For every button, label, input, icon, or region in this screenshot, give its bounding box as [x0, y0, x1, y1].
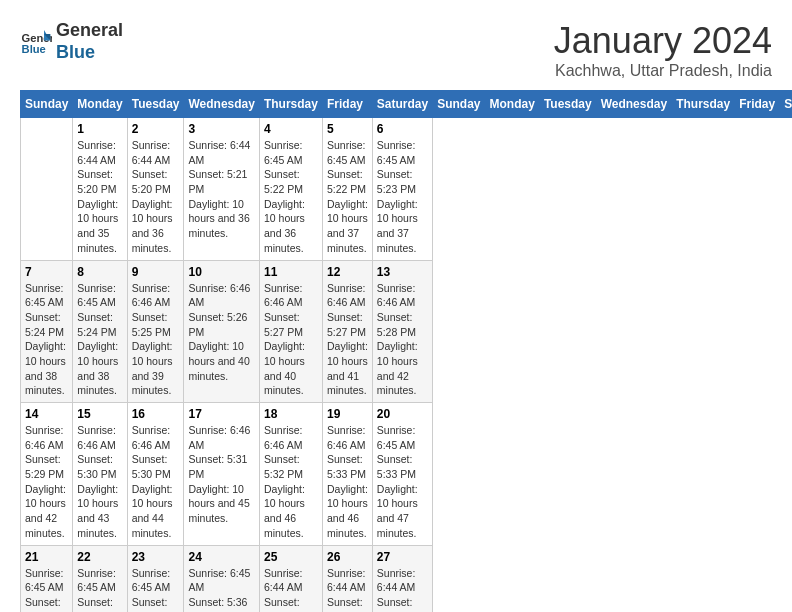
day-info: Sunrise: 6:44 AMSunset: 5:21 PMDaylight:…	[188, 138, 254, 241]
day-info: Sunrise: 6:46 AMSunset: 5:25 PMDaylight:…	[132, 281, 180, 399]
day-info: Sunrise: 6:44 AMSunset: 5:37 PMDaylight:…	[264, 566, 318, 613]
calendar-week-2: 14Sunrise: 6:46 AMSunset: 5:29 PMDayligh…	[21, 403, 793, 546]
header-saturday: Saturday	[372, 91, 432, 118]
day-number: 26	[327, 550, 368, 564]
calendar-cell: 25Sunrise: 6:44 AMSunset: 5:37 PMDayligh…	[259, 545, 322, 612]
day-number: 13	[377, 265, 428, 279]
day-info: Sunrise: 6:44 AMSunset: 5:39 PMDaylight:…	[377, 566, 428, 613]
day-info: Sunrise: 6:45 AMSunset: 5:24 PMDaylight:…	[25, 281, 68, 399]
day-number: 10	[188, 265, 254, 279]
calendar-cell: 5Sunrise: 6:45 AMSunset: 5:22 PMDaylight…	[322, 118, 372, 261]
day-number: 4	[264, 122, 318, 136]
calendar-cell: 21Sunrise: 6:45 AMSunset: 5:34 PMDayligh…	[21, 545, 73, 612]
calendar-week-0: 1Sunrise: 6:44 AMSunset: 5:20 PMDaylight…	[21, 118, 793, 261]
day-info: Sunrise: 6:45 AMSunset: 5:34 PMDaylight:…	[25, 566, 68, 613]
logo-icon: General Blue	[20, 26, 52, 58]
day-info: Sunrise: 6:46 AMSunset: 5:32 PMDaylight:…	[264, 423, 318, 541]
header-thursday: Thursday	[672, 91, 735, 118]
header-monday: Monday	[73, 91, 127, 118]
logo: General Blue General Blue	[20, 20, 123, 63]
calendar-cell: 20Sunrise: 6:45 AMSunset: 5:33 PMDayligh…	[372, 403, 432, 546]
day-number: 6	[377, 122, 428, 136]
calendar-cell: 17Sunrise: 6:46 AMSunset: 5:31 PMDayligh…	[184, 403, 259, 546]
calendar-cell: 9Sunrise: 6:46 AMSunset: 5:25 PMDaylight…	[127, 260, 184, 403]
day-number: 18	[264, 407, 318, 421]
header-thursday: Thursday	[259, 91, 322, 118]
day-number: 25	[264, 550, 318, 564]
day-info: Sunrise: 6:44 AMSunset: 5:38 PMDaylight:…	[327, 566, 368, 613]
location-title: Kachhwa, Uttar Pradesh, India	[554, 62, 772, 80]
day-info: Sunrise: 6:45 AMSunset: 5:36 PMDaylight:…	[188, 566, 254, 613]
calendar-cell: 22Sunrise: 6:45 AMSunset: 5:35 PMDayligh…	[73, 545, 127, 612]
logo-text-blue: Blue	[56, 42, 123, 64]
day-number: 5	[327, 122, 368, 136]
header-tuesday: Tuesday	[127, 91, 184, 118]
day-info: Sunrise: 6:45 AMSunset: 5:36 PMDaylight:…	[132, 566, 180, 613]
calendar-cell	[21, 118, 73, 261]
day-info: Sunrise: 6:46 AMSunset: 5:33 PMDaylight:…	[327, 423, 368, 541]
day-number: 7	[25, 265, 68, 279]
header-monday: Monday	[485, 91, 539, 118]
header-sunday: Sunday	[433, 91, 485, 118]
calendar-week-3: 21Sunrise: 6:45 AMSunset: 5:34 PMDayligh…	[21, 545, 793, 612]
calendar-cell: 3Sunrise: 6:44 AMSunset: 5:21 PMDaylight…	[184, 118, 259, 261]
day-number: 3	[188, 122, 254, 136]
calendar-cell: 16Sunrise: 6:46 AMSunset: 5:30 PMDayligh…	[127, 403, 184, 546]
calendar-cell: 2Sunrise: 6:44 AMSunset: 5:20 PMDaylight…	[127, 118, 184, 261]
day-number: 27	[377, 550, 428, 564]
day-number: 19	[327, 407, 368, 421]
day-info: Sunrise: 6:45 AMSunset: 5:23 PMDaylight:…	[377, 138, 428, 256]
header-tuesday: Tuesday	[539, 91, 596, 118]
day-info: Sunrise: 6:45 AMSunset: 5:22 PMDaylight:…	[264, 138, 318, 256]
day-number: 20	[377, 407, 428, 421]
calendar-cell: 4Sunrise: 6:45 AMSunset: 5:22 PMDaylight…	[259, 118, 322, 261]
day-info: Sunrise: 6:45 AMSunset: 5:24 PMDaylight:…	[77, 281, 122, 399]
day-number: 23	[132, 550, 180, 564]
calendar-cell: 23Sunrise: 6:45 AMSunset: 5:36 PMDayligh…	[127, 545, 184, 612]
header-wednesday: Wednesday	[596, 91, 671, 118]
calendar-header-row: SundayMondayTuesdayWednesdayThursdayFrid…	[21, 91, 793, 118]
calendar-cell: 6Sunrise: 6:45 AMSunset: 5:23 PMDaylight…	[372, 118, 432, 261]
day-number: 14	[25, 407, 68, 421]
logo-text-general: General	[56, 20, 123, 42]
calendar-table: SundayMondayTuesdayWednesdayThursdayFrid…	[20, 90, 792, 612]
page-header: General Blue General Blue January 2024 K…	[20, 20, 772, 80]
day-info: Sunrise: 6:46 AMSunset: 5:28 PMDaylight:…	[377, 281, 428, 399]
day-number: 1	[77, 122, 122, 136]
day-number: 9	[132, 265, 180, 279]
header-wednesday: Wednesday	[184, 91, 259, 118]
calendar-cell: 12Sunrise: 6:46 AMSunset: 5:27 PMDayligh…	[322, 260, 372, 403]
calendar-cell: 26Sunrise: 6:44 AMSunset: 5:38 PMDayligh…	[322, 545, 372, 612]
calendar-cell: 27Sunrise: 6:44 AMSunset: 5:39 PMDayligh…	[372, 545, 432, 612]
day-info: Sunrise: 6:45 AMSunset: 5:22 PMDaylight:…	[327, 138, 368, 256]
svg-text:Blue: Blue	[22, 43, 46, 55]
calendar-cell: 10Sunrise: 6:46 AMSunset: 5:26 PMDayligh…	[184, 260, 259, 403]
day-info: Sunrise: 6:46 AMSunset: 5:30 PMDaylight:…	[132, 423, 180, 541]
calendar-week-1: 7Sunrise: 6:45 AMSunset: 5:24 PMDaylight…	[21, 260, 793, 403]
day-number: 11	[264, 265, 318, 279]
header-saturday: Saturday	[780, 91, 792, 118]
header-friday: Friday	[322, 91, 372, 118]
title-section: January 2024 Kachhwa, Uttar Pradesh, Ind…	[554, 20, 772, 80]
day-number: 17	[188, 407, 254, 421]
day-number: 16	[132, 407, 180, 421]
calendar-cell: 8Sunrise: 6:45 AMSunset: 5:24 PMDaylight…	[73, 260, 127, 403]
calendar-cell: 15Sunrise: 6:46 AMSunset: 5:30 PMDayligh…	[73, 403, 127, 546]
day-number: 2	[132, 122, 180, 136]
day-info: Sunrise: 6:46 AMSunset: 5:26 PMDaylight:…	[188, 281, 254, 384]
day-number: 24	[188, 550, 254, 564]
header-friday: Friday	[735, 91, 780, 118]
day-info: Sunrise: 6:44 AMSunset: 5:20 PMDaylight:…	[77, 138, 122, 256]
day-info: Sunrise: 6:46 AMSunset: 5:31 PMDaylight:…	[188, 423, 254, 526]
calendar-cell: 18Sunrise: 6:46 AMSunset: 5:32 PMDayligh…	[259, 403, 322, 546]
calendar-cell: 24Sunrise: 6:45 AMSunset: 5:36 PMDayligh…	[184, 545, 259, 612]
header-sunday: Sunday	[21, 91, 73, 118]
calendar-cell: 19Sunrise: 6:46 AMSunset: 5:33 PMDayligh…	[322, 403, 372, 546]
day-info: Sunrise: 6:45 AMSunset: 5:35 PMDaylight:…	[77, 566, 122, 613]
day-number: 15	[77, 407, 122, 421]
day-info: Sunrise: 6:45 AMSunset: 5:33 PMDaylight:…	[377, 423, 428, 541]
calendar-cell: 14Sunrise: 6:46 AMSunset: 5:29 PMDayligh…	[21, 403, 73, 546]
calendar-cell: 7Sunrise: 6:45 AMSunset: 5:24 PMDaylight…	[21, 260, 73, 403]
day-number: 8	[77, 265, 122, 279]
day-number: 21	[25, 550, 68, 564]
